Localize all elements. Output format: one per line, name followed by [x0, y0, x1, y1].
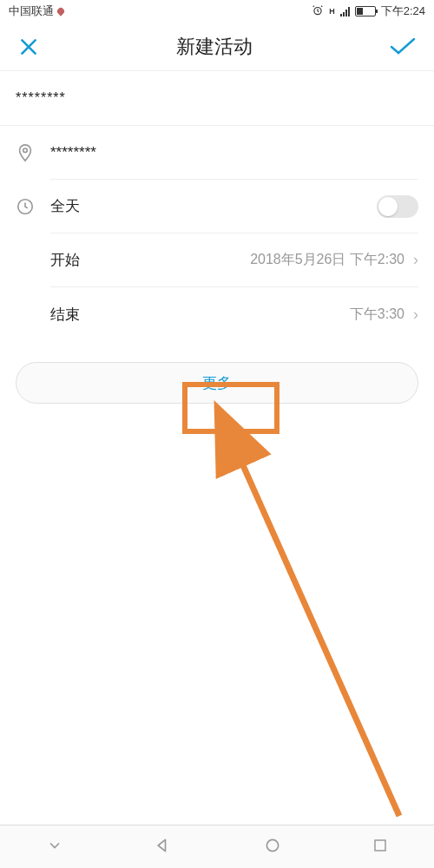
- location-icon: [16, 143, 50, 162]
- start-value: 2018年5月26日 下午2:30: [250, 251, 404, 269]
- clock-icon: [16, 197, 50, 216]
- end-time-row[interactable]: 结束 下午3:30 ›: [0, 287, 434, 341]
- svg-point-5: [266, 839, 278, 851]
- more-button[interactable]: 更多: [16, 362, 418, 404]
- end-label: 结束: [50, 305, 80, 325]
- status-bar: 中国联通 H 下午2:24: [0, 0, 434, 23]
- chevron-right-icon: ›: [413, 306, 418, 324]
- chevron-right-icon: ›: [413, 251, 418, 269]
- end-value: 下午3:30: [350, 306, 404, 324]
- location-value: ********: [50, 144, 96, 161]
- nav-back-icon[interactable]: [155, 837, 172, 858]
- start-label: 开始: [50, 250, 80, 270]
- nav-home-icon[interactable]: [264, 837, 281, 858]
- location-pin-icon: [56, 6, 65, 16]
- page-title: 新建活动: [176, 34, 253, 60]
- status-time: 下午2:24: [381, 3, 425, 19]
- allday-row: 全天: [0, 180, 434, 233]
- svg-line-4: [239, 456, 399, 816]
- allday-toggle[interactable]: [377, 195, 418, 218]
- close-icon[interactable]: [17, 36, 40, 58]
- carrier-label: 中国联通: [9, 3, 54, 19]
- svg-rect-6: [375, 840, 385, 851]
- more-button-label: 更多: [202, 373, 232, 393]
- event-title-input[interactable]: ********: [0, 71, 434, 126]
- nav-recent-icon[interactable]: [372, 838, 388, 857]
- alarm-icon: [312, 4, 324, 19]
- svg-point-1: [23, 148, 28, 153]
- nav-hide-keyboard-icon[interactable]: [46, 837, 63, 858]
- network-type: H: [329, 7, 335, 16]
- navigation-bar: [0, 825, 434, 868]
- confirm-icon[interactable]: [389, 36, 417, 58]
- header: 新建活动: [0, 23, 434, 71]
- allday-label: 全天: [50, 196, 80, 216]
- battery-icon: [355, 6, 376, 16]
- signal-icon: [340, 6, 350, 16]
- start-time-row[interactable]: 开始 2018年5月26日 下午2:30 ›: [0, 233, 434, 287]
- location-row[interactable]: ********: [0, 126, 434, 180]
